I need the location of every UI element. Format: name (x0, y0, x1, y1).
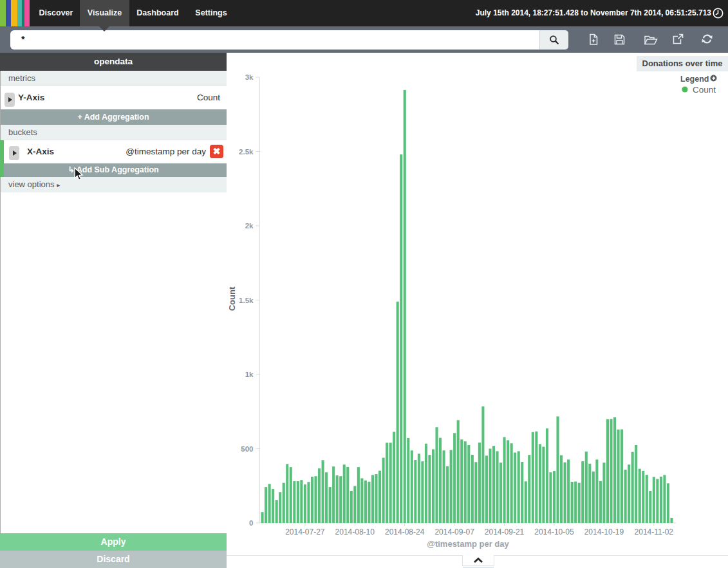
svg-text:2014-11-02: 2014-11-02 (635, 527, 674, 536)
svg-text:2014-09-07: 2014-09-07 (434, 527, 474, 536)
svg-text:2014-10-19: 2014-10-19 (584, 527, 624, 536)
svg-text:2014-08-24: 2014-08-24 (385, 527, 425, 536)
svg-text:2014-10-05: 2014-10-05 (534, 527, 574, 536)
svg-text:3k: 3k (245, 73, 254, 81)
svg-text:1.5k: 1.5k (239, 297, 254, 304)
svg-text:2k: 2k (245, 222, 254, 230)
svg-text:1k: 1k (245, 371, 254, 378)
svg-text:2014-07-27: 2014-07-27 (285, 527, 325, 536)
svg-text:2014-09-21: 2014-09-21 (485, 527, 525, 536)
svg-text:2014-08-10: 2014-08-10 (335, 527, 375, 536)
svg-text:2.5k: 2.5k (239, 148, 254, 156)
svg-text:500: 500 (241, 445, 253, 453)
svg-text:0: 0 (249, 519, 253, 527)
